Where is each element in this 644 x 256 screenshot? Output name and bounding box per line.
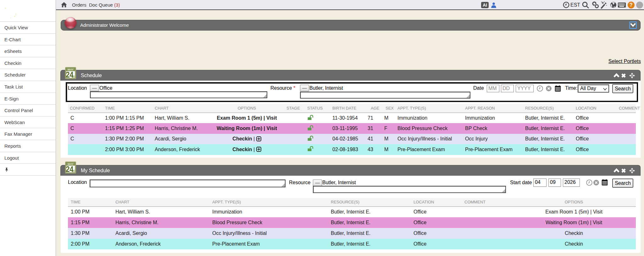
svg-text:24: 24 <box>66 70 74 79</box>
svg-text:24: 24 <box>66 165 74 174</box>
